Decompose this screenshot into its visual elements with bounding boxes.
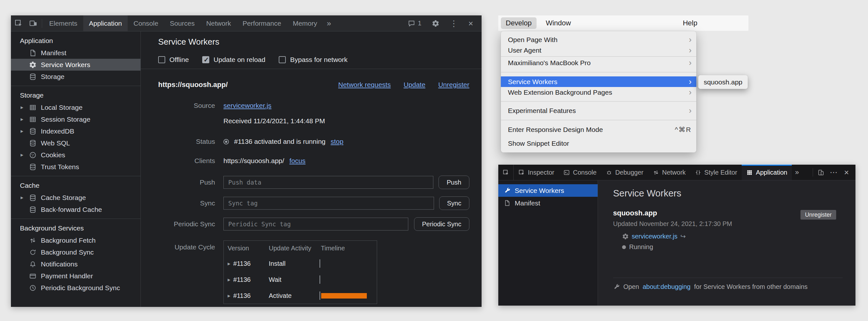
tab-elements[interactable]: Elements [43, 15, 83, 31]
table-row-activate[interactable]: ▸#1136 Activate [224, 288, 377, 304]
sidebar-item-label: Session Storage [41, 115, 90, 123]
menubar-item-develop[interactable]: Develop [501, 17, 536, 29]
menu-item-experimental-features[interactable]: Experimental Features › [501, 105, 696, 116]
menu-item-user-agent[interactable]: User Agent › [501, 45, 696, 56]
pick-element-button[interactable] [498, 165, 514, 180]
tab-application[interactable]: Application [83, 15, 128, 31]
tab-console[interactable]: Console [128, 15, 164, 31]
sidebar-item-service-workers[interactable]: Service Workers [498, 184, 598, 197]
unregister-link[interactable]: Unregister [438, 81, 469, 88]
tab-network[interactable]: Network [200, 15, 237, 31]
sidebar-item-trust-tokens[interactable]: Trust Tokens [11, 161, 141, 173]
close-icon[interactable]: × [840, 165, 853, 180]
tab-inspector[interactable]: Inspector [514, 165, 559, 180]
more-tabs-button[interactable]: » [323, 15, 335, 31]
about-debugging-link[interactable]: about:debugging [643, 283, 690, 290]
sidebar-item-label: Periodic Background Sync [41, 284, 120, 292]
expand-arrow-icon[interactable]: ▸ [227, 260, 230, 267]
tab-debugger[interactable]: Debugger [601, 165, 648, 180]
inspect-element-button[interactable] [11, 15, 26, 31]
expand-arrow-icon[interactable]: ▸ [227, 292, 230, 299]
settings-gear-icon[interactable] [432, 20, 439, 27]
sidebar-item-payment-handler[interactable]: Payment Handler [11, 270, 141, 282]
more-tabs-button[interactable]: » [792, 165, 802, 180]
sidebar-item-session-storage[interactable]: Session Storage [11, 113, 141, 125]
device-toolbar-button[interactable] [26, 15, 40, 31]
sidebar-item-notifications[interactable]: Notifications [11, 258, 141, 270]
tab-style-editor[interactable]: Style Editor [690, 165, 742, 180]
push-row: Push Push [158, 176, 469, 189]
kebab-menu-icon[interactable]: ⋮ [450, 19, 458, 28]
menu-item-service-workers[interactable]: Service Workers › [501, 76, 696, 87]
expand-arrow-icon[interactable] [21, 128, 29, 135]
version-value: #1136 [234, 276, 251, 283]
push-button[interactable]: Push [438, 176, 469, 189]
menu-item-web-extension-background-pages[interactable]: Web Extension Background Pages › [501, 87, 696, 98]
sidebar-item-local-storage[interactable]: Local Storage [11, 101, 141, 113]
serviceworker-file-link[interactable]: serviceworker.js [223, 102, 271, 109]
sidebar-item-background-fetch[interactable]: Background Fetch [11, 234, 141, 246]
table-row-install[interactable]: ▸#1136 Install [224, 255, 377, 272]
bypass-for-network-checkbox[interactable]: Bypass for network [279, 56, 347, 64]
update-on-reload-checkbox[interactable]: Update on reload [202, 56, 265, 64]
expand-arrow-icon[interactable] [21, 104, 29, 111]
menubar-item-window[interactable]: Window [541, 17, 576, 29]
push-data-input[interactable] [223, 176, 433, 189]
responsive-design-mode-button[interactable] [814, 165, 827, 180]
serviceworker-file-link[interactable]: serviceworker.js [632, 233, 677, 240]
updated-timestamp: Updated November 24, 2021, 2:17:30 PM [613, 220, 846, 227]
sidebar-item-service-workers[interactable]: Service Workers [11, 59, 141, 71]
table-row-wait[interactable]: ▸#1136 Wait [224, 272, 377, 288]
sidebar-item-label: Payment Handler [41, 272, 93, 280]
origin-row: https://squoosh.app/ Network requests Up… [158, 80, 469, 89]
sidebar-item-background-sync[interactable]: Background Sync [11, 246, 141, 258]
menu-item-label: Maximiliano's MacBook Pro [508, 59, 591, 67]
sidebar-item-indexeddb[interactable]: IndexedDB [11, 125, 141, 137]
service-workers-submenu-item[interactable]: squoosh.app [698, 75, 748, 89]
tab-sources[interactable]: Sources [164, 15, 200, 31]
open-in-debugger-icon[interactable]: ↪ [680, 233, 686, 240]
stop-link[interactable]: stop [331, 138, 343, 145]
sidebar-item-storage[interactable]: Storage [11, 71, 141, 82]
sidebar-item-manifest[interactable]: Manifest [498, 197, 598, 209]
periodic-sync-tag-input[interactable] [223, 218, 408, 230]
expand-arrow-icon[interactable]: ▸ [227, 276, 230, 283]
close-icon[interactable]: × [468, 19, 473, 28]
chrome-panel-tabs: Elements Application Console Sources Net… [43, 15, 335, 31]
sidebar-item-web-sql[interactable]: Web SQL [11, 137, 141, 149]
sync-tag-input[interactable] [223, 197, 434, 210]
expand-arrow-icon[interactable] [21, 151, 29, 158]
focus-link[interactable]: focus [289, 157, 305, 165]
sidebar-item-cache-storage[interactable]: Cache Storage [11, 192, 141, 204]
expand-arrow-icon[interactable] [21, 194, 29, 201]
sidebar-item-cookies[interactable]: Cookies [11, 149, 141, 161]
unregister-button[interactable]: Unregister [801, 210, 836, 220]
update-link[interactable]: Update [403, 81, 425, 88]
tab-application[interactable]: Application [742, 165, 792, 180]
tab-memory[interactable]: Memory [287, 15, 323, 31]
column-version: Version [224, 245, 265, 252]
tab-performance[interactable]: Performance [237, 15, 287, 31]
meatball-menu-icon[interactable]: ⋯ [827, 165, 840, 180]
expand-arrow-icon[interactable] [21, 116, 29, 122]
database-icon [29, 128, 37, 135]
menu-item-open-page-with[interactable]: Open Page With › [501, 34, 696, 45]
issues-button[interactable]: 1 [408, 20, 422, 27]
sidebar-item-manifest[interactable]: Manifest [11, 47, 141, 59]
sidebar-item-label: Storage [41, 73, 65, 80]
menu-item-show-snippet-editor[interactable]: Show Snippet Editor [501, 138, 696, 149]
periodic-sync-button[interactable]: Periodic Sync [414, 217, 469, 231]
menu-item-macbook-pro[interactable]: Maximiliano's MacBook Pro › [501, 58, 696, 68]
network-requests-link[interactable]: Network requests [338, 81, 391, 88]
sync-button[interactable]: Sync [439, 197, 469, 210]
offline-checkbox[interactable]: Offline [158, 56, 189, 64]
menubar-item-help[interactable]: Help [678, 17, 702, 29]
chrome-devtools-toolbar: Elements Application Console Sources Net… [11, 15, 482, 31]
issues-count: 1 [418, 20, 422, 27]
develop-menu: Open Page With › User Agent › Maximilian… [501, 31, 696, 152]
tab-network[interactable]: Network [648, 165, 690, 180]
tab-console[interactable]: Console [559, 165, 601, 180]
sidebar-item-periodic-background-sync[interactable]: Periodic Background Sync [11, 282, 141, 294]
menu-item-enter-responsive-design-mode[interactable]: Enter Responsive Design Mode ^⌘R [501, 124, 696, 135]
sidebar-item-back-forward-cache[interactable]: Back-forward Cache [11, 204, 141, 215]
